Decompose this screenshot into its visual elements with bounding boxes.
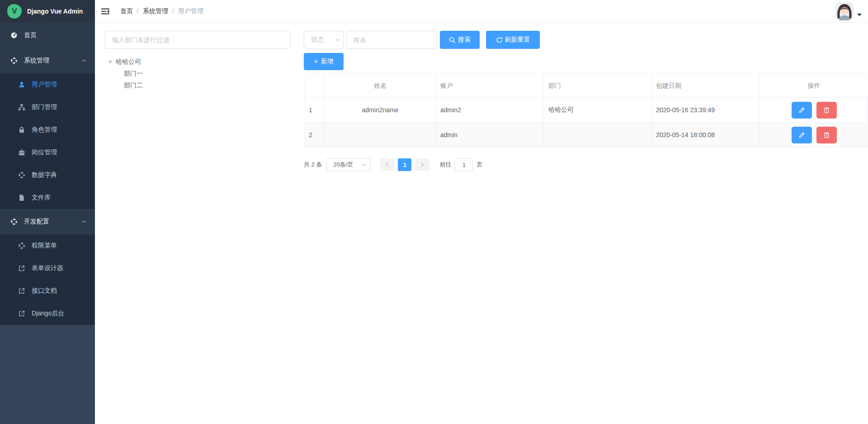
sidebar-item-label: 文件库 (32, 194, 91, 202)
main-content: 哈哈公司 部门一 部门二 状态 搜索 (95, 23, 868, 424)
sidebar-item-label: 首页 (24, 31, 91, 39)
sidebar-item-users[interactable]: 用户管理 (0, 73, 95, 96)
edit-pencil-icon (798, 132, 805, 138)
submenu-system: 用户管理 部门管理 角色管理 岗位管理 数据字典 文件库 (0, 73, 95, 209)
chevron-left-icon (385, 162, 389, 167)
sidebar-item-roles[interactable]: 角色管理 (0, 119, 95, 141)
tree-node-child[interactable]: 部门二 (105, 80, 290, 91)
breadcrumb-system[interactable]: 系统管理 (143, 7, 168, 15)
next-page-button[interactable] (415, 158, 429, 171)
sidebar-item-posts[interactable]: 岗位管理 (0, 141, 95, 164)
top-header: 首页 / 系统管理 / 用户管理 (95, 0, 868, 23)
page-size-value: 20条/页 (333, 161, 362, 169)
page-unit-label: 页 (476, 161, 482, 169)
tree-node-label: 部门二 (124, 81, 143, 90)
edit-button[interactable] (792, 102, 812, 119)
caret-down-icon[interactable] (857, 14, 862, 16)
plus-icon: + (314, 58, 318, 65)
sidebar-item-label: 部门管理 (32, 103, 91, 111)
cell-actions (760, 98, 868, 123)
breadcrumb-current: 用户管理 (178, 7, 203, 15)
sidebar-item-api-docs[interactable]: 接口文档 (0, 280, 95, 302)
cell-created: 2020-05-14 18:00:08 (651, 123, 760, 148)
goto-label: 前往 (439, 161, 451, 169)
table-row: 2 admin 2020-05-14 18:00:08 (304, 123, 867, 148)
sidebar-group-system[interactable]: 系统管理 (0, 48, 95, 73)
sidebar-group-devconfig[interactable]: 开发配置 (0, 209, 95, 234)
cell-dept (544, 123, 651, 148)
tree-expand-caret-icon[interactable] (108, 61, 113, 63)
breadcrumb-separator: / (137, 8, 139, 15)
header-right (835, 2, 862, 20)
dept-filter-input[interactable] (105, 31, 290, 49)
sidebar-item-label: 数据字典 (32, 171, 91, 179)
sidebar-item-departments[interactable]: 部门管理 (0, 96, 95, 119)
cell-name: admin2name (325, 98, 436, 123)
document-icon (18, 194, 25, 201)
trash-icon (823, 132, 830, 138)
avatar-image (835, 2, 854, 20)
sidebar-item-files[interactable]: 文件库 (0, 186, 95, 209)
sidebar-menu: 首页 系统管理 用户管理 部门管理 角色管理 岗位管理 (0, 23, 95, 325)
delete-button[interactable] (816, 127, 837, 143)
breadcrumb-separator: / (172, 8, 174, 15)
chevron-down-icon (335, 38, 340, 42)
user-icon (18, 81, 25, 88)
logo-letter: V (12, 7, 17, 16)
column-header-name: 姓名 (325, 74, 436, 98)
edit-button[interactable] (792, 127, 812, 143)
pagination-total: 共 2 条 (304, 161, 322, 169)
sidebar-item-label: 角色管理 (32, 126, 91, 134)
column-header-dept: 部门 (544, 74, 651, 98)
cell-account: admin (436, 123, 544, 148)
pagination-goto: 前往 页 (439, 158, 482, 171)
add-button[interactable]: + 新增 (304, 53, 344, 70)
tree-node-root[interactable]: 哈哈公司 (105, 56, 290, 68)
chevron-up-icon (81, 58, 87, 63)
sidebar-background (0, 325, 95, 424)
cell-index: 1 (304, 98, 325, 123)
page-number-current[interactable]: 1 (398, 158, 411, 171)
sidebar-item-permission-menu[interactable]: 权限菜单 (0, 234, 95, 257)
prev-page-button[interactable] (380, 158, 394, 171)
sidebar-item-home[interactable]: 首页 (0, 23, 95, 48)
table-header-row: 姓名 账户 部门 创建日期 操作 (304, 74, 867, 98)
sidebar-item-label: 接口文档 (32, 287, 91, 295)
delete-button[interactable] (816, 102, 837, 119)
org-tree-icon (18, 104, 25, 111)
app-title: Django Vue Admin (27, 8, 83, 15)
cell-index: 2 (304, 123, 325, 148)
add-button-label: 新增 (321, 57, 334, 66)
sidebar-fold-button[interactable] (96, 0, 114, 23)
app-logo[interactable]: V Django Vue Admin (0, 0, 95, 23)
chevron-right-icon (420, 162, 424, 167)
users-table: 姓名 账户 部门 创建日期 操作 1 admin2name admin2 哈哈公… (304, 74, 868, 148)
refresh-icon (496, 37, 503, 43)
component-icon (18, 172, 25, 179)
goto-page-input[interactable] (455, 158, 473, 171)
tree-node-label: 哈哈公司 (116, 58, 141, 66)
edit-pencil-icon (798, 107, 805, 114)
breadcrumb: 首页 / 系统管理 / 用户管理 (120, 7, 203, 15)
name-filter-input[interactable] (346, 31, 437, 49)
dept-filter (105, 31, 290, 49)
page-size-select[interactable]: 20条/页 (326, 158, 371, 171)
sidebar-item-label: 用户管理 (32, 81, 91, 89)
sidebar-item-label: 表单设计器 (32, 264, 91, 272)
sidebar-item-dictionary[interactable]: 数据字典 (0, 164, 95, 186)
user-avatar[interactable] (835, 2, 854, 20)
breadcrumb-home[interactable]: 首页 (120, 7, 133, 15)
status-select[interactable]: 状态 (304, 31, 344, 49)
cell-account: admin2 (436, 98, 544, 123)
external-link-icon (18, 287, 25, 295)
column-header-index (304, 74, 325, 98)
search-icon (449, 37, 456, 43)
cell-actions (760, 123, 868, 148)
refresh-reset-button[interactable]: 刷新重置 (486, 31, 540, 49)
tree-node-child[interactable]: 部门一 (105, 68, 290, 80)
sidebar-item-form-designer[interactable]: 表单设计器 (0, 257, 95, 280)
search-button[interactable]: 搜索 (440, 31, 480, 49)
sidebar-item-label: 权限菜单 (32, 242, 91, 250)
sidebar-item-django-admin[interactable]: Django后台 (0, 302, 95, 325)
column-header-account: 账户 (436, 74, 544, 98)
